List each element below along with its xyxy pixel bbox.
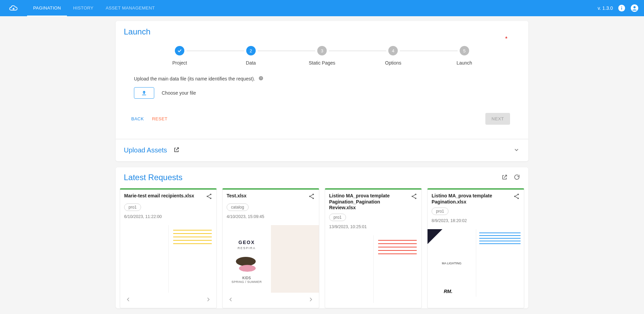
step-num: 2	[246, 46, 256, 55]
page-body: Launch Project 2 Data 3 Static Pages	[0, 16, 644, 314]
svg-rect-2	[621, 6, 622, 7]
step-launch[interactable]: 5 Launch *	[429, 46, 500, 66]
svg-point-4	[634, 6, 636, 8]
help-icon[interactable]: ?	[258, 76, 263, 82]
request-card[interactable]: Listino MA_prova template Pagination.xls…	[427, 188, 524, 308]
next-button: NEXT	[485, 113, 510, 125]
latest-requests-card: Latest Requests Marie-test email recipie…	[116, 167, 528, 308]
stepper: Project 2 Data 3 Static Pages 4 Options …	[144, 46, 500, 66]
request-date: 13/9/2023, 10:25:01	[329, 224, 417, 229]
share-icon[interactable]	[411, 193, 417, 201]
account-icon[interactable]	[630, 4, 639, 12]
back-button[interactable]: BACK	[129, 114, 146, 123]
step-label: Data	[246, 60, 256, 66]
step-num: 4	[388, 46, 398, 55]
step-data[interactable]: 2 Data	[215, 46, 286, 66]
share-icon[interactable]	[513, 193, 520, 201]
nav-tabs: PAGINATION HISTORY ASSET MANAGEMENT	[27, 0, 161, 16]
open-new-icon[interactable]	[173, 146, 180, 154]
share-icon[interactable]	[206, 193, 212, 201]
tab-asset-management[interactable]: ASSET MANAGEMENT	[99, 0, 161, 16]
step-options[interactable]: 4 Options	[358, 46, 429, 66]
prev-page-icon[interactable]	[123, 295, 133, 305]
request-title: Marie-test email recipients.xlsx	[124, 193, 203, 199]
choose-file-label: Choose your file	[162, 90, 196, 96]
file-upload-row: Choose your file	[134, 87, 520, 99]
next-page-icon[interactable]	[204, 295, 213, 305]
project-tag: pro1	[124, 203, 141, 211]
open-new-icon[interactable]	[501, 174, 508, 182]
prev-page-icon[interactable]	[226, 295, 235, 305]
request-title: Test.xlsx	[227, 193, 305, 199]
reset-button[interactable]: RESET	[149, 114, 170, 123]
project-tag: catalog	[227, 203, 249, 211]
step-label: Options	[385, 60, 401, 66]
topbar-right: v. 1.3.0	[598, 4, 639, 12]
brand-sub: RESPIRA	[237, 246, 256, 250]
launch-title: Launch	[124, 27, 520, 37]
rm-logo: RM.	[444, 289, 453, 294]
info-icon[interactable]	[618, 4, 626, 12]
upload-button[interactable]	[134, 87, 154, 99]
share-icon[interactable]	[308, 193, 315, 201]
chevron-down-icon[interactable]	[513, 146, 520, 154]
refresh-icon[interactable]	[513, 174, 520, 182]
topbar: PAGINATION HISTORY ASSET MANAGEMENT v. 1…	[0, 0, 644, 16]
upload-assets-row[interactable]: Upload Assets	[116, 139, 528, 161]
step-label: Launch *	[457, 60, 472, 66]
svg-point-15	[239, 265, 256, 272]
brand-label: GEOX	[238, 240, 255, 245]
step-label: Project	[172, 60, 187, 66]
project-tag: pro1	[432, 208, 448, 215]
upload-instruction: Upload the main data file (its name iden…	[134, 76, 520, 82]
step-label: Static Pages	[309, 60, 336, 66]
request-title: Listino MA_prova template Pagination_Pag…	[329, 193, 408, 211]
preview: Prova 1xx	[325, 235, 421, 303]
prova-label: Prova 1xx	[358, 266, 371, 269]
preview: MA LIGHTING RM.	[428, 229, 524, 297]
svg-text:?: ?	[260, 77, 262, 80]
request-title: Listino MA_prova template Pagination.xls…	[432, 193, 510, 205]
preview	[120, 225, 216, 293]
version-label: v. 1.3.0	[598, 5, 613, 11]
wizard-actions: BACK RESET NEXT	[129, 113, 510, 125]
step-static-pages[interactable]: 3 Static Pages	[286, 46, 358, 66]
cloud-logo-icon	[8, 3, 19, 13]
request-card[interactable]: Test.xlsx catalog 4/10/2023, 15:09:45 GE…	[222, 188, 319, 308]
ma-lighting-label: MA LIGHTING	[428, 262, 476, 265]
project-tag: pro1	[329, 214, 346, 221]
request-date: 8/9/2023, 18:20:02	[432, 218, 520, 223]
step-num: 5	[460, 46, 469, 55]
svg-rect-1	[621, 7, 622, 9]
step-num: 3	[317, 46, 327, 55]
svg-point-14	[236, 257, 256, 266]
step-project[interactable]: Project	[144, 46, 215, 66]
shoe-image	[231, 251, 262, 275]
upload-icon	[141, 90, 147, 96]
requests-grid: Marie-test email recipients.xlsx pro1 6/…	[116, 184, 528, 308]
upload-assets-title: Upload Assets	[124, 146, 167, 154]
launch-card: Launch Project 2 Data 3 Static Pages	[116, 21, 528, 161]
next-page-icon[interactable]	[306, 295, 316, 305]
request-card[interactable]: Listino MA_prova template Pagination_Pag…	[325, 188, 422, 308]
check-icon	[177, 48, 182, 53]
preview: GEOX RESPIRA KIDSSPRING / SUMMER	[223, 225, 319, 293]
tab-history[interactable]: HISTORY	[67, 0, 99, 16]
latest-requests-title: Latest Requests	[124, 173, 182, 182]
request-card[interactable]: Marie-test email recipients.xlsx pro1 6/…	[120, 188, 217, 308]
request-date: 6/10/2023, 11:22:00	[124, 214, 212, 219]
svg-rect-7	[142, 95, 146, 95]
request-date: 4/10/2023, 15:09:45	[227, 214, 315, 219]
tab-pagination[interactable]: PAGINATION	[27, 0, 67, 16]
